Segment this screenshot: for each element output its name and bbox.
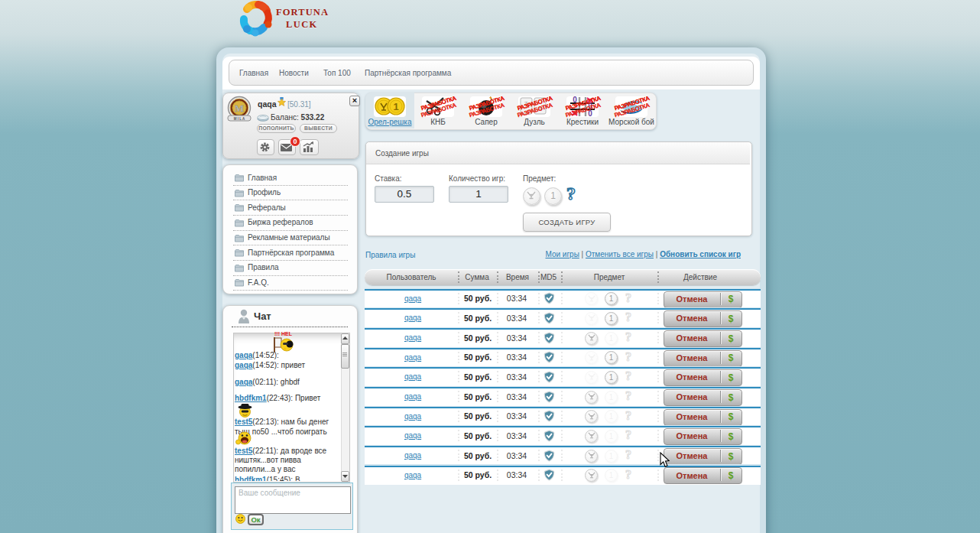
svg-text:M: M bbox=[235, 102, 244, 114]
svg-text:M I L A: M I L A bbox=[234, 117, 245, 121]
svg-text:1: 1 bbox=[393, 101, 398, 112]
